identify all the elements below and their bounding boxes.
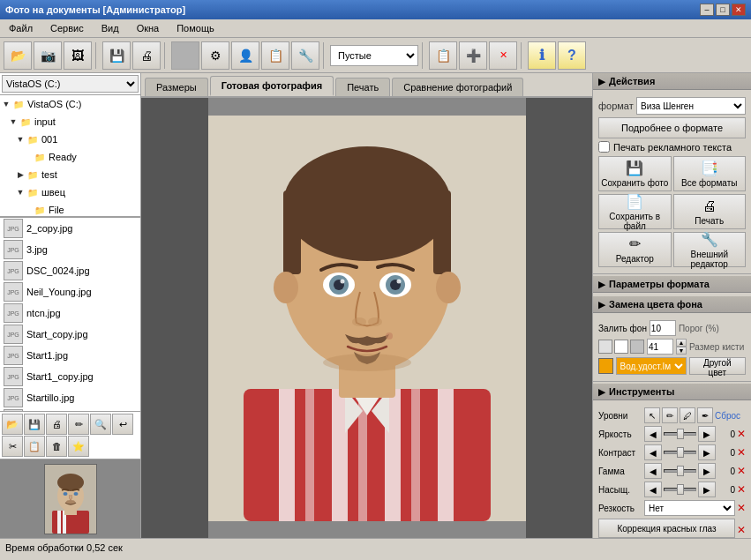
gamma-slider[interactable]: [664, 469, 696, 473]
menu-service[interactable]: Сервис: [45, 21, 89, 35]
ext-editor-btn[interactable]: 🔧 Внешний редактор: [673, 232, 747, 267]
btm-btn-2[interactable]: 💾: [24, 414, 45, 435]
saturation-right[interactable]: ▶: [698, 482, 716, 497]
print-ad-checkbox[interactable]: [598, 141, 610, 153]
brightness-right[interactable]: ▶: [698, 426, 716, 442]
btm-btn-9[interactable]: 🗑: [46, 436, 67, 457]
saturation-reset[interactable]: ✕: [737, 483, 746, 496]
levels-pick-icon[interactable]: ✏: [662, 407, 678, 423]
drive-dropdown[interactable]: VistaOS (C:): [2, 75, 139, 93]
brush-down[interactable]: ▼: [676, 347, 687, 355]
saturation-left[interactable]: ◀: [644, 482, 662, 497]
editor-btn[interactable]: ✏ Редактор: [598, 232, 672, 267]
toolbar-type-dropdown[interactable]: Пустые: [330, 45, 418, 66]
sharpness-select[interactable]: Нет: [644, 500, 735, 516]
sharpness-reset[interactable]: ✕: [737, 502, 746, 514]
toolbar-btn-gray[interactable]: [171, 41, 199, 70]
menu-file[interactable]: Файл: [4, 21, 38, 35]
file-list[interactable]: JPG 2_copy.jpg JPG 3.jpg JPG DSC_0024.jp…: [0, 217, 140, 411]
color-dropdown[interactable]: Вод.удост.Ім: [616, 357, 687, 375]
toolbar-btn-save[interactable]: 💾: [102, 41, 131, 70]
minimize-button[interactable]: –: [700, 4, 714, 16]
btm-btn-8[interactable]: 📋: [24, 436, 45, 457]
btm-btn-6[interactable]: ↩: [112, 414, 133, 435]
toolbar-btn-settings[interactable]: ⚙: [201, 41, 229, 70]
toolbar-btn-delete[interactable]: ✕: [489, 41, 517, 70]
tab-compare[interactable]: Сравнение фотографий: [392, 78, 523, 96]
btm-btn-5[interactable]: 🔍: [90, 414, 111, 435]
brightness-left[interactable]: ◀: [644, 426, 662, 442]
toolbar-btn-list[interactable]: 📋: [429, 41, 457, 70]
folder-tree[interactable]: ▼ 📁 VistaOS (C:) ▼ 📁 input ▼ 📁 001: [0, 95, 140, 217]
contrast-right[interactable]: ▶: [698, 444, 716, 460]
brightness-slider[interactable]: [664, 432, 696, 436]
btm-btn-3[interactable]: 🖨: [46, 414, 67, 435]
tree-node-001[interactable]: ▼ 📁 001: [0, 131, 140, 148]
tree-node-input[interactable]: ▼ 📁 input: [0, 113, 140, 131]
all-formats-btn[interactable]: 📑 Все форматы: [673, 156, 747, 191]
contrast-left[interactable]: ◀: [644, 444, 662, 460]
toolbar-btn-scan[interactable]: 🖼: [64, 41, 92, 70]
levels-cursor-icon[interactable]: ↖: [644, 407, 660, 423]
toolbar-btn-camera[interactable]: 📷: [34, 41, 62, 70]
print-btn[interactable]: 🖨 Печать: [673, 194, 747, 229]
levels-reset-btn[interactable]: Сброс: [715, 411, 740, 421]
btm-btn-1[interactable]: 📂: [2, 414, 23, 435]
brush-input[interactable]: [647, 339, 673, 355]
toolbar-btn-doc[interactable]: 📋: [261, 41, 289, 70]
file-item-0[interactable]: JPG 2_copy.jpg: [0, 218, 140, 239]
gamma-left[interactable]: ◀: [644, 463, 662, 479]
red-eye-reset[interactable]: ✕: [737, 524, 746, 536]
close-button[interactable]: ✕: [732, 4, 746, 16]
toolbar-btn-help[interactable]: ?: [558, 41, 586, 70]
tree-node-ready[interactable]: 📁 Ready: [0, 148, 140, 166]
tab-sizes[interactable]: Размеры: [145, 78, 208, 96]
brush-up[interactable]: ▲: [676, 339, 687, 347]
tab-print[interactable]: Печать: [335, 78, 390, 96]
expand-icon[interactable]: ▼: [2, 100, 11, 108]
file-item-4[interactable]: JPG ntcn.jpg: [0, 302, 140, 324]
btm-btn-10[interactable]: ⭐: [68, 436, 89, 457]
toolbar-btn-open[interactable]: 📂: [4, 41, 32, 70]
file-item-6[interactable]: JPG Start1.jpg: [0, 345, 140, 366]
saturation-slider[interactable]: [664, 488, 696, 491]
tree-node-file[interactable]: 📁 File: [0, 201, 140, 217]
menu-view[interactable]: Вид: [96, 21, 124, 35]
btm-btn-7[interactable]: ✂: [2, 436, 23, 457]
contrast-slider[interactable]: [664, 451, 696, 454]
color-swatch-2[interactable]: [614, 340, 628, 354]
tab-ready-photo[interactable]: Готовая фотография: [210, 76, 334, 96]
color-swatch-3[interactable]: [630, 340, 644, 354]
contrast-reset[interactable]: ✕: [737, 446, 746, 459]
save-photo-btn[interactable]: 💾 Сохранить фото: [598, 156, 672, 191]
levels-pick2-icon[interactable]: 🖊: [680, 407, 695, 423]
toolbar-btn-face[interactable]: 👤: [231, 41, 259, 70]
other-color-btn[interactable]: Другой цвет: [689, 357, 746, 375]
gamma-right[interactable]: ▶: [698, 463, 716, 479]
file-item-7[interactable]: JPG Start1_copy.jpg: [0, 366, 140, 387]
maximize-button[interactable]: □: [716, 4, 730, 16]
file-item-3[interactable]: JPG Neil_Young.jpg: [0, 281, 140, 302]
gamma-reset[interactable]: ✕: [737, 465, 746, 477]
toolbar-btn-info[interactable]: ℹ: [528, 41, 556, 70]
toolbar-btn-extra1[interactable]: 🔧: [291, 41, 319, 70]
btm-btn-4[interactable]: ✏: [68, 414, 89, 435]
tree-node-drive[interactable]: ▼ 📁 VistaOS (C:): [0, 95, 140, 113]
levels-pick3-icon[interactable]: ✒: [697, 407, 713, 423]
brightness-reset[interactable]: ✕: [737, 428, 746, 440]
format-select[interactable]: Виза Шенген: [636, 97, 746, 115]
file-item-2[interactable]: JPG DSC_0024.jpg: [0, 260, 140, 281]
toolbar-btn-print[interactable]: 🖨: [132, 41, 161, 70]
save-file-btn[interactable]: 📄 Сохранить в файл: [598, 194, 672, 229]
tree-node-test[interactable]: ▶ 📁 test: [0, 166, 140, 183]
file-item-5[interactable]: JPG Start_copy.jpg: [0, 324, 140, 345]
color-swatch-1[interactable]: [598, 340, 612, 354]
menu-windows[interactable]: Окна: [131, 21, 165, 35]
tree-node-shvets[interactable]: ▼ 📁 швец: [0, 183, 140, 201]
color-indicator[interactable]: [598, 358, 613, 374]
toolbar-btn-add[interactable]: ➕: [459, 41, 487, 70]
fill-input[interactable]: [650, 320, 676, 336]
red-eye-btn[interactable]: Коррекция красных глаз: [598, 519, 735, 538]
file-item-8[interactable]: JPG Startillo.jpg: [0, 387, 140, 408]
menu-help[interactable]: Помощь: [171, 21, 220, 35]
